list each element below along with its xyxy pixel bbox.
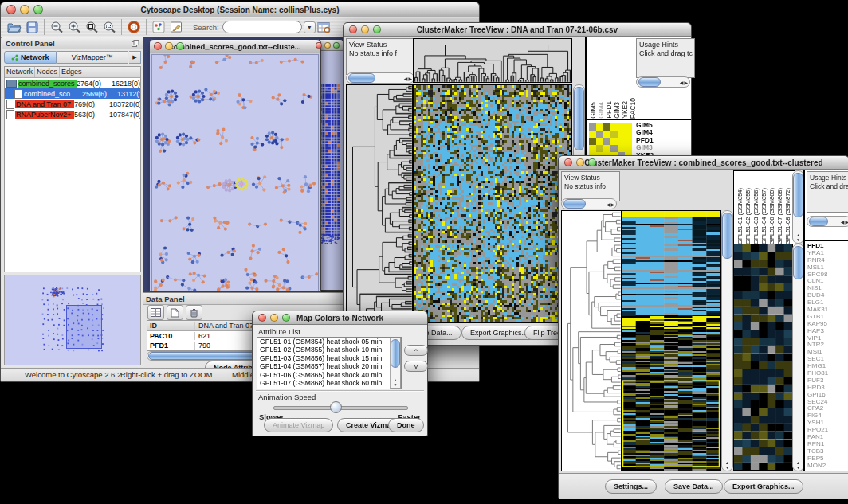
search-table-icon[interactable] — [316, 18, 333, 36]
attribute-list-item[interactable]: GPL51-03 (GSM856) heat shock 15 min — [257, 354, 401, 362]
tv2-heatmap-vscrollbar[interactable]: ▲▼ — [721, 210, 733, 471]
tv2-zoom-vscrollbar[interactable]: ▲▼ — [792, 244, 804, 471]
tab-network[interactable]: Network — [4, 51, 57, 64]
tv2-column-label[interactable]: GPL51-04 (GSM857) — [760, 188, 768, 244]
close-button[interactable] — [154, 42, 162, 50]
scrollbar-arrows[interactable]: ◀▶ — [607, 200, 614, 209]
scrollbar-arrows[interactable]: ▲▼ — [793, 461, 803, 470]
main-titlebar[interactable]: Cytoscape Desktop (Session Name: collins… — [1, 2, 479, 18]
tab-overflow-button[interactable]: ▶ — [129, 51, 141, 64]
attribute-list-vscrollbar[interactable]: ▲▼ — [390, 338, 401, 389]
save-session-icon[interactable] — [23, 18, 41, 36]
zoom-fit-icon[interactable] — [83, 18, 100, 36]
tv2-column-label[interactable]: GPL51-08 (GSM872) — [784, 188, 791, 244]
tv2-hints-hscrollbar[interactable]: ◀▶ — [807, 216, 848, 227]
tv1-column-label[interactable]: PFD1 — [605, 101, 612, 119]
delete-attribute-icon[interactable] — [186, 305, 202, 320]
scrollbar-arrows[interactable]: ▲▼ — [722, 461, 732, 470]
treeview1-titlebar[interactable]: ClusterMaker TreeView : DNA and Tran 07-… — [344, 23, 691, 37]
move-up-button[interactable]: ^ — [404, 345, 428, 356]
tv2-column-label[interactable]: GPL51-07 (GSM868) — [776, 188, 783, 244]
scrollbar-thumb[interactable] — [638, 77, 661, 87]
close-button[interactable] — [258, 314, 266, 322]
zoom-button[interactable] — [373, 25, 381, 33]
tv1-hints-hscrollbar[interactable]: ◀▶ — [636, 76, 690, 88]
zoom-button[interactable] — [33, 5, 43, 14]
tv2-settings-button[interactable]: Settings... — [605, 479, 657, 494]
minimize-button[interactable] — [361, 25, 369, 33]
tv2-heatmap-canvas[interactable] — [621, 210, 721, 471]
network-table-row[interactable]: DNA and Tran 07 769(0) 183728(0) — [5, 99, 140, 109]
close-button[interactable] — [564, 158, 572, 166]
attribute-list-item[interactable]: GPL51-02 (GSM855) heat shock 10 min — [257, 346, 401, 354]
scrollbar-thumb[interactable] — [809, 217, 828, 226]
scrollbar-thumb[interactable] — [391, 339, 400, 368]
zoom-button[interactable] — [176, 42, 184, 50]
zoom-button[interactable] — [588, 158, 596, 166]
zoom-button[interactable] — [333, 42, 340, 49]
attribute-list-item[interactable]: GPL51-04 (GSM857) heat shock 20 min — [257, 362, 401, 370]
scrollbar-thumb[interactable] — [793, 173, 803, 217]
attribute-list-item[interactable]: GPL51-01 (GSM854) heat shock 05 min — [257, 338, 401, 346]
close-button[interactable] — [349, 25, 357, 33]
tv1-column-label[interactable]: GIM3 — [613, 102, 620, 119]
tv1-status-hscrollbar[interactable]: ◀▶ — [346, 72, 414, 84]
search-dropdown-button[interactable]: ▾ — [304, 21, 316, 33]
tv2-column-label[interactable]: GPL51-03 (GSM856) — [752, 188, 760, 244]
tv2-column-label[interactable]: GPL51-06 (GSM865) — [768, 188, 775, 244]
zoom-in-icon[interactable] — [65, 18, 83, 36]
close-button[interactable] — [316, 42, 322, 49]
network-view-canvas[interactable] — [151, 54, 319, 291]
tab-vizmapper[interactable]: VizMapper™ — [57, 51, 128, 64]
minimize-button[interactable] — [324, 42, 331, 49]
tv2-column-label[interactable]: GPL51-01 (GSM854) — [736, 188, 744, 244]
scrollbar-arrows[interactable]: ◀▶ — [680, 78, 688, 87]
zoom-selected-icon[interactable] — [100, 18, 118, 36]
tv2-status-hscrollbar[interactable]: ◀▶ — [561, 198, 617, 209]
scrollbar-thumb[interactable] — [574, 87, 584, 150]
modify-network-icon[interactable] — [150, 18, 167, 36]
animate-vizmap-button[interactable]: Animate Vizmap — [264, 418, 333, 432]
float-panel-icon[interactable] — [132, 40, 139, 47]
dialog-titlebar[interactable]: Map Colors to Network — [253, 311, 427, 325]
minimize-button[interactable] — [20, 5, 29, 14]
scrollbar-arrows[interactable]: ◀▶ — [841, 217, 848, 226]
tv2-gene-label[interactable]: MON2 — [807, 463, 848, 470]
zoom-button[interactable] — [282, 314, 290, 322]
tv1-row-dendrogram-canvas[interactable] — [346, 84, 413, 323]
tv2-save-data-button[interactable]: Save Data... — [665, 479, 723, 494]
scrollbar-thumb[interactable] — [348, 73, 375, 83]
minimize-button[interactable] — [270, 314, 278, 322]
tv1-column-dendrogram-canvas[interactable] — [413, 38, 572, 83]
network-table-row[interactable]: RNAPuberNov2+ 563(0) 107847(0) — [5, 109, 140, 119]
scrollbar-arrows[interactable]: ▲▼ — [391, 378, 400, 387]
tv1-heatmap-canvas[interactable] — [413, 84, 572, 323]
open-file-icon[interactable] — [6, 18, 23, 36]
minimize-button[interactable] — [576, 158, 584, 166]
tv2-row-dendrogram-canvas[interactable] — [561, 210, 622, 471]
tv1-column-label[interactable]: GIM4 — [597, 102, 604, 119]
network-table-row[interactable]: combined_scores 2764(0) 16218(0) — [5, 78, 140, 88]
treeview2-titlebar[interactable]: ClusterMaker TreeView : combined_scores_… — [559, 156, 848, 170]
network-window-titlebar[interactable]: combined_scores_good.txt--cluste... — [150, 40, 320, 53]
annotation-icon[interactable] — [167, 18, 185, 36]
birdseye-view-canvas[interactable] — [5, 275, 140, 361]
tv2-column-labels-vscrollbar[interactable]: ▲▼ — [792, 170, 804, 244]
select-attributes-icon[interactable] — [147, 305, 164, 320]
tv1-column-label[interactable]: YKE2 — [621, 101, 628, 119]
scrollbar-thumb[interactable] — [793, 246, 803, 279]
close-button[interactable] — [6, 5, 16, 14]
attribute-list-item[interactable]: GPL51-07 (GSM868) heat shock 60 min — [257, 379, 401, 387]
move-down-button[interactable]: v — [404, 361, 428, 372]
done-button[interactable]: Done — [388, 418, 424, 432]
tv2-zoom-heatmap-canvas[interactable] — [733, 244, 793, 471]
scrollbar-thumb[interactable] — [722, 213, 732, 259]
minimize-button[interactable] — [165, 42, 173, 50]
new-attribute-icon[interactable] — [167, 305, 183, 320]
search-input[interactable] — [222, 21, 302, 33]
tv1-column-label[interactable]: PAC10 — [629, 98, 636, 119]
tv2-export-graphics-button[interactable]: Export Graphics... — [724, 479, 803, 494]
attribute-list-item[interactable]: GPL51-06 (GSM865) heat shock 40 min — [257, 371, 401, 379]
slider-thumb[interactable] — [330, 401, 342, 413]
tv2-column-label[interactable]: GPL51-02 (GSM855) — [744, 188, 752, 244]
